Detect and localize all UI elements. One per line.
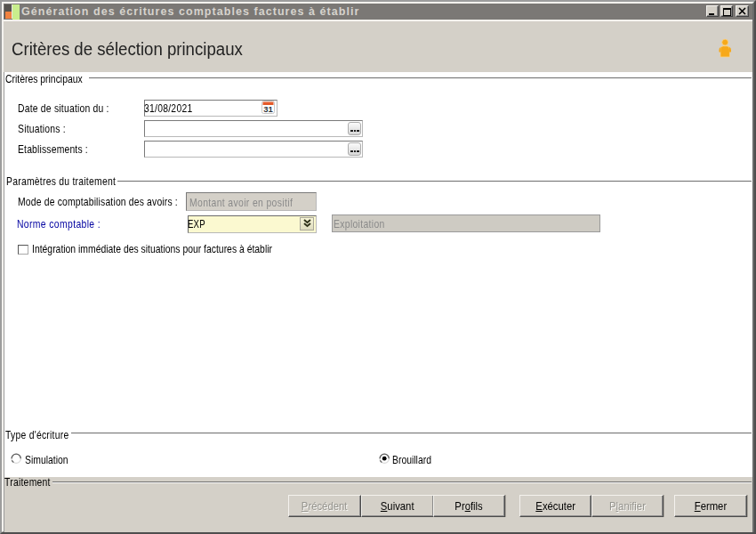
svg-text:31: 31 bbox=[263, 104, 273, 114]
